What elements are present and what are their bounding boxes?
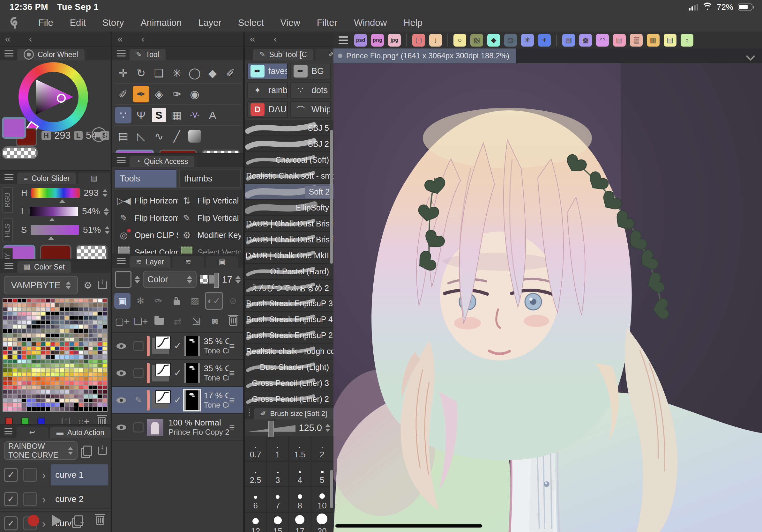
palette-cell[interactable] (103, 372, 107, 376)
palette-cell[interactable] (32, 338, 36, 341)
net-decoration-tool[interactable]: ▦ (169, 107, 185, 123)
palette-cell[interactable] (13, 307, 17, 311)
palette-cell[interactable] (41, 303, 45, 307)
palette-cell[interactable] (84, 329, 88, 333)
palette-cell[interactable] (18, 329, 22, 333)
level-correction-icon[interactable]: ▤ (613, 34, 626, 46)
palette-cell[interactable] (46, 320, 50, 324)
palette-cell[interactable] (84, 390, 88, 394)
collapse-icon[interactable]: ‹ (141, 33, 145, 44)
lock-layer-toggle[interactable] (169, 293, 185, 309)
palette-cell[interactable] (84, 368, 88, 372)
palette-cell[interactable] (74, 403, 79, 407)
quick-access-item[interactable]: ▷◀ Flip Horizontal (115, 192, 178, 209)
palette-cell[interactable] (93, 299, 97, 302)
palette-cell[interactable] (70, 316, 74, 320)
palette-cell[interactable] (8, 342, 12, 346)
sub-tool-group[interactable]: ✒ faves (247, 63, 288, 79)
palette-cell[interactable] (18, 355, 22, 359)
palette-cell[interactable] (51, 381, 55, 385)
menu-item[interactable]: Select (238, 18, 264, 28)
palette-cell[interactable] (98, 399, 102, 402)
record-action-button[interactable] (28, 515, 39, 526)
palette-cell[interactable] (37, 368, 40, 372)
palette-cell[interactable] (70, 368, 74, 372)
palette-cell[interactable] (37, 312, 40, 315)
palette-cell[interactable] (22, 316, 26, 320)
palette-cell[interactable] (60, 407, 64, 411)
palette-cell[interactable] (27, 325, 31, 328)
palette-cell[interactable] (13, 325, 17, 328)
palette-cell[interactable] (32, 395, 36, 398)
transfer-to-lower-button[interactable]: ⇄ (170, 313, 186, 329)
palette-cell[interactable] (32, 312, 36, 315)
palette-cell[interactable] (3, 372, 7, 376)
palette-cell[interactable] (46, 347, 50, 350)
palette-cell[interactable] (55, 303, 59, 307)
palette-cell[interactable] (74, 399, 79, 402)
panel-menu-icon[interactable] (117, 157, 126, 163)
action-enabled-checkbox[interactable]: ✓ (4, 492, 18, 506)
palette-cell[interactable] (13, 355, 17, 359)
palette-cell[interactable] (60, 372, 64, 376)
layer-row[interactable]: ✓ 35 % C Tone Curv ≡ (112, 360, 243, 387)
layer-visibility-icon[interactable] (112, 397, 130, 403)
palette-cell[interactable] (70, 351, 74, 354)
palette-cell[interactable] (55, 299, 59, 302)
palette-cell[interactable] (103, 386, 107, 389)
palette-cell[interactable] (22, 395, 26, 398)
palette-cell[interactable] (32, 320, 36, 324)
palette-cell[interactable] (55, 386, 59, 389)
palette-cell[interactable] (74, 312, 79, 315)
palette-cell[interactable] (65, 316, 69, 320)
palette-cell[interactable] (22, 360, 26, 363)
palette-cell[interactable] (70, 307, 74, 311)
posterize-icon[interactable]: ▥ (647, 34, 659, 46)
sub-tool-group[interactable]: ✦ rainbow (247, 82, 288, 99)
replace-color-icon[interactable] (62, 418, 70, 424)
palette-cell[interactable] (41, 368, 45, 372)
palette-cell[interactable] (8, 364, 12, 367)
palette-cell[interactable] (18, 360, 22, 363)
export-jpg-icon[interactable]: jpg (388, 34, 401, 46)
palette-cell[interactable] (3, 403, 7, 407)
palette-cell[interactable] (93, 399, 97, 402)
brush-size-preset[interactable]: 17 (289, 512, 311, 532)
canvas-horizontal-scrollbar[interactable] (336, 524, 482, 528)
palette-cell[interactable] (89, 407, 93, 411)
palette-cell[interactable] (18, 347, 22, 350)
palette-cell[interactable] (27, 386, 31, 389)
palette-cell[interactable] (32, 407, 36, 411)
palette-cell[interactable] (13, 403, 17, 407)
palette-cell[interactable] (93, 316, 97, 320)
palette-cell[interactable] (46, 377, 50, 380)
palette-cell[interactable] (74, 360, 79, 363)
palette-cell[interactable] (98, 407, 102, 411)
palette-cell[interactable] (70, 342, 74, 346)
palette-cell[interactable] (41, 299, 45, 302)
palette-cell[interactable] (60, 381, 64, 385)
palette-cell[interactable] (84, 355, 88, 359)
palette-cell[interactable] (74, 355, 79, 359)
clip-to-layer-below-toggle[interactable]: ▣ (114, 293, 130, 309)
palette-cell[interactable] (3, 386, 7, 389)
main-menu-icon[interactable] (339, 36, 348, 44)
blur-burst-icon[interactable]: ✳ (521, 34, 534, 46)
brush-item[interactable]: DAUB | Chalk One MkII (245, 248, 334, 264)
palette-cell[interactable] (65, 386, 69, 389)
palette-cell[interactable] (32, 351, 36, 354)
gradient-map-icon[interactable]: ▒ (630, 34, 643, 46)
palette-cell[interactable] (41, 307, 45, 311)
palette-cell[interactable] (84, 320, 88, 324)
palette-cell[interactable] (60, 395, 64, 398)
palette-cell[interactable] (98, 342, 102, 346)
import-image-icon[interactable]: ↓ (429, 34, 442, 46)
palette-cell[interactable] (103, 368, 107, 372)
palette-cell[interactable] (98, 307, 102, 311)
palette-cell[interactable] (46, 338, 50, 341)
palette-cell[interactable] (89, 342, 93, 346)
palette-cell[interactable] (27, 403, 31, 407)
palette-cell[interactable] (93, 307, 97, 311)
palette-cell[interactable] (55, 399, 59, 402)
palette-cell[interactable] (3, 338, 7, 341)
